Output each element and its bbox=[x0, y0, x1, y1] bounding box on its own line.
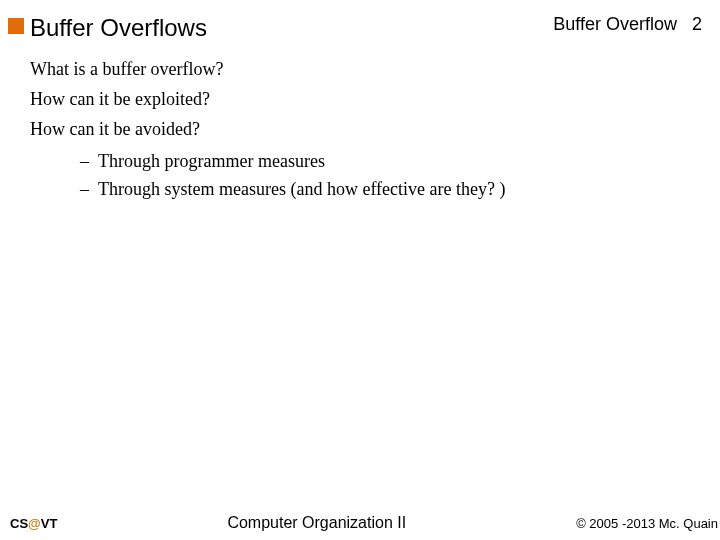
footer-left: CS@VT bbox=[10, 516, 57, 531]
header-right: Buffer Overflow 2 bbox=[553, 14, 702, 35]
footer-cs: CS bbox=[10, 516, 28, 531]
question-2: How can it be exploited? bbox=[30, 86, 700, 112]
list-item: – Through programmer measures bbox=[80, 148, 700, 174]
slide-body: What is a buffer overflow? How can it be… bbox=[30, 56, 700, 204]
page-number: 2 bbox=[692, 14, 702, 34]
slide-footer: CS@VT Computer Organization II © 2005 -2… bbox=[10, 514, 718, 532]
list-item-text: Through programmer measures bbox=[98, 148, 325, 174]
header-right-label: Buffer Overflow bbox=[553, 14, 677, 34]
dash-icon: – bbox=[80, 176, 98, 202]
footer-vt: VT bbox=[41, 516, 58, 531]
slide-title: Buffer Overflows bbox=[30, 14, 207, 42]
question-3: How can it be avoided? bbox=[30, 116, 700, 142]
list-item: – Through system measures (and how effec… bbox=[80, 176, 700, 202]
footer-at: @ bbox=[28, 516, 41, 531]
list-item-text: Through system measures (and how effecti… bbox=[98, 176, 506, 202]
question-1: What is a buffer overflow? bbox=[30, 56, 700, 82]
footer-center: Computer Organization II bbox=[227, 514, 406, 532]
sub-list: – Through programmer measures – Through … bbox=[80, 148, 700, 202]
slide: Buffer Overflows Buffer Overflow 2 What … bbox=[0, 0, 720, 540]
dash-icon: – bbox=[80, 148, 98, 174]
footer-right: © 2005 -2013 Mc. Quain bbox=[576, 516, 718, 531]
accent-square bbox=[8, 18, 24, 34]
